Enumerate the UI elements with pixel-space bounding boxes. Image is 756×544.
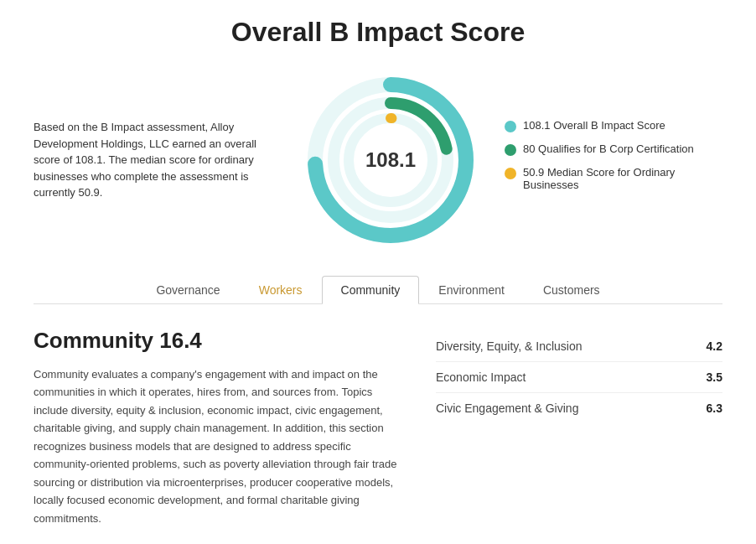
- legend: 108.1 Overall B Impact Score 80 Qualifie…: [505, 119, 722, 201]
- metric-name-economic: Economic Impact: [436, 370, 526, 384]
- description-block: Based on the B Impact assessment, Alloy …: [34, 119, 277, 201]
- gauge-chart: 108.1: [298, 68, 483, 252]
- legend-item-bcorp: 80 Qualifies for B Corp Certification: [505, 142, 722, 156]
- metric-value-civic: 6.3: [707, 402, 722, 415]
- metric-name-civic: Civic Engagement & Giving: [436, 402, 578, 415]
- legend-label-overall: 108.1 Overall B Impact Score: [523, 119, 665, 132]
- legend-dot-bcorp: [505, 144, 516, 156]
- community-heading: Community 16.4: [34, 328, 402, 354]
- metrics-panel: Diversity, Equity, & Inclusion 4.2 Econo…: [436, 328, 722, 527]
- tabs-bar: Governance Workers Community Environment…: [34, 276, 722, 304]
- legend-label-bcorp: 80 Qualifies for B Corp Certification: [523, 142, 694, 155]
- tab-governance[interactable]: Governance: [137, 276, 239, 304]
- community-description: Community 16.4 Community evaluates a com…: [34, 328, 402, 527]
- legend-dot-median: [505, 168, 516, 179]
- tab-customers[interactable]: Customers: [524, 276, 619, 304]
- metric-value-economic: 3.5: [707, 370, 722, 384]
- legend-label-median: 50.9 Median Score for Ordinary Businesse…: [523, 166, 722, 191]
- metric-row-economic: Economic Impact 3.5: [436, 362, 722, 393]
- content-area: Community 16.4 Community evaluates a com…: [34, 328, 722, 527]
- legend-item-median: 50.9 Median Score for Ordinary Businesse…: [505, 166, 722, 191]
- score-label: 108.1: [365, 148, 416, 172]
- metric-name-dei: Diversity, Equity, & Inclusion: [436, 339, 583, 353]
- description-text: Based on the B Impact assessment, Alloy …: [34, 119, 277, 201]
- legend-dot-overall: [505, 121, 516, 132]
- legend-item-overall: 108.1 Overall B Impact Score: [505, 119, 722, 132]
- tab-environment[interactable]: Environment: [419, 276, 524, 304]
- tab-workers[interactable]: Workers: [240, 276, 322, 304]
- metric-row-civic: Civic Engagement & Giving 6.3: [436, 393, 722, 423]
- metric-value-dei: 4.2: [707, 339, 722, 353]
- page-title: Overall B Impact Score: [34, 17, 722, 48]
- community-text: Community evaluates a company's engageme…: [34, 365, 402, 527]
- tab-community[interactable]: Community: [322, 276, 420, 304]
- metric-row-dei: Diversity, Equity, & Inclusion 4.2: [436, 331, 722, 362]
